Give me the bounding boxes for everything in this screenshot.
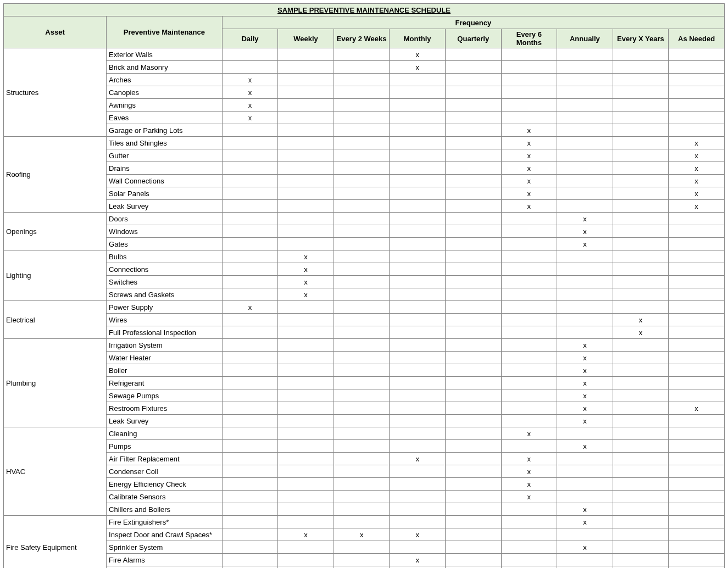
freq-cell xyxy=(334,491,390,503)
header-freq-col: Every 2 Weeks xyxy=(334,29,390,48)
header-freq-col: Daily xyxy=(222,29,278,48)
freq-cell xyxy=(222,415,278,427)
pm-cell: Sprinkler System xyxy=(107,541,223,554)
pm-cell: Wires xyxy=(107,314,223,326)
pm-cell: Gates xyxy=(107,238,223,250)
freq-cell xyxy=(613,554,669,566)
table-row: Condenser Coilx xyxy=(4,465,725,478)
freq-cell xyxy=(445,415,501,427)
freq-cell xyxy=(613,478,669,491)
freq-cell xyxy=(501,288,557,301)
freq-cell xyxy=(557,427,613,440)
freq-cell: x xyxy=(390,528,446,541)
freq-cell xyxy=(222,491,278,503)
freq-cell xyxy=(334,124,390,137)
freq-cell xyxy=(613,225,669,238)
freq-cell: x xyxy=(557,352,613,364)
freq-cell xyxy=(669,389,725,402)
freq-cell xyxy=(669,364,725,377)
freq-cell xyxy=(390,200,446,213)
freq-cell xyxy=(334,238,390,250)
freq-cell xyxy=(278,238,334,250)
freq-cell xyxy=(501,263,557,276)
header-freq-col: As Needed xyxy=(669,29,725,48)
freq-cell xyxy=(222,149,278,162)
freq-cell xyxy=(445,491,501,503)
freq-cell xyxy=(390,175,446,187)
freq-cell: x xyxy=(669,200,725,213)
freq-cell xyxy=(278,225,334,238)
freq-cell xyxy=(613,389,669,402)
pm-cell: Emergency Exit Signs xyxy=(107,566,223,569)
freq-cell xyxy=(334,389,390,402)
freq-cell xyxy=(501,112,557,124)
freq-cell: x xyxy=(222,74,278,86)
freq-cell xyxy=(390,263,446,276)
asset-cell: Structures xyxy=(4,48,107,137)
freq-cell xyxy=(278,48,334,61)
pm-cell: Refrigerant xyxy=(107,377,223,389)
table-title: SAMPLE PREVENTIVE MAINTENANCE SCHEDULE xyxy=(4,4,725,16)
freq-cell xyxy=(222,263,278,276)
freq-cell xyxy=(278,112,334,124)
freq-cell xyxy=(334,225,390,238)
freq-cell xyxy=(557,453,613,465)
freq-cell xyxy=(278,503,334,516)
table-row: ElectricalPower Supplyx xyxy=(4,301,725,314)
freq-cell xyxy=(334,440,390,453)
pm-cell: Fire Extinguishers* xyxy=(107,516,223,528)
freq-cell xyxy=(613,453,669,465)
freq-cell xyxy=(222,175,278,187)
freq-cell xyxy=(445,440,501,453)
freq-cell: x xyxy=(669,137,725,149)
freq-cell xyxy=(390,402,446,415)
freq-cell xyxy=(557,276,613,288)
freq-cell xyxy=(390,124,446,137)
freq-cell xyxy=(445,503,501,516)
freq-cell xyxy=(278,314,334,326)
freq-cell xyxy=(278,364,334,377)
freq-cell xyxy=(501,61,557,74)
freq-cell xyxy=(445,238,501,250)
freq-cell xyxy=(222,453,278,465)
freq-cell xyxy=(669,213,725,225)
table-row: Solar Panelsxx xyxy=(4,187,725,200)
freq-cell: x xyxy=(557,213,613,225)
freq-cell: x xyxy=(501,175,557,187)
freq-cell xyxy=(390,326,446,339)
freq-cell: x xyxy=(278,288,334,301)
freq-cell xyxy=(334,175,390,187)
freq-cell: x xyxy=(501,149,557,162)
freq-cell xyxy=(278,478,334,491)
freq-cell xyxy=(390,99,446,112)
pm-cell: Boiler xyxy=(107,364,223,377)
freq-cell xyxy=(445,453,501,465)
pm-cell: Pumps xyxy=(107,440,223,453)
freq-cell xyxy=(557,326,613,339)
freq-cell xyxy=(501,314,557,326)
freq-cell xyxy=(334,326,390,339)
table-row: Leak Surveyx xyxy=(4,415,725,427)
freq-cell xyxy=(557,528,613,541)
freq-cell xyxy=(222,326,278,339)
freq-cell xyxy=(222,187,278,200)
freq-cell: x xyxy=(501,566,557,569)
pm-cell: Windows xyxy=(107,225,223,238)
freq-cell xyxy=(278,86,334,99)
freq-cell: x xyxy=(557,415,613,427)
header-pm: Preventive Maintenance xyxy=(107,16,223,48)
freq-cell xyxy=(669,225,725,238)
freq-cell xyxy=(334,415,390,427)
freq-cell xyxy=(222,238,278,250)
freq-cell: x xyxy=(278,263,334,276)
freq-cell xyxy=(669,86,725,99)
freq-cell xyxy=(334,162,390,175)
freq-cell xyxy=(334,112,390,124)
freq-cell xyxy=(334,478,390,491)
freq-cell xyxy=(557,112,613,124)
freq-cell xyxy=(669,288,725,301)
freq-cell xyxy=(390,137,446,149)
freq-cell: x xyxy=(557,503,613,516)
freq-cell xyxy=(334,61,390,74)
freq-cell xyxy=(445,402,501,415)
